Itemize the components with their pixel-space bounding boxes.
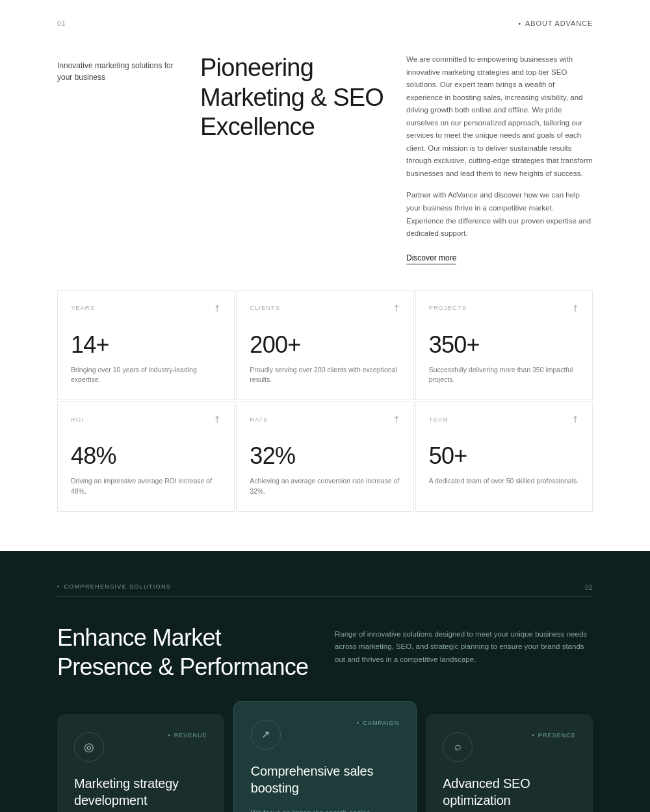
card-icon-search: ⌕ [443, 732, 473, 762]
stat-arrow-projects: ↗ [569, 301, 582, 314]
section2-title: Enhance Market Presence & Performance [57, 623, 315, 681]
stat-label-rate: RATE [250, 416, 268, 423]
target-icon: ◎ [84, 740, 94, 754]
hero-title-container: Pioneering Marketing & SEO Excellence [200, 53, 387, 264]
discover-more-link[interactable]: Discover more [406, 253, 456, 264]
section2-header: COMPREHENSIVE SOLUTIONS 02 [57, 583, 593, 591]
card-seo-optimization: ⌕ PRESENCE Advanced SEO optimization Rea… [426, 714, 593, 812]
stat-desc-clients: Proudly serving over 200 clients with ex… [250, 365, 400, 386]
card-title-marketing: Marketing strategy development [74, 775, 207, 809]
hero-description: We are committed to empowering businesse… [406, 53, 593, 240]
stat-desc-team: A dedicated team of over 50 skilled prof… [429, 476, 579, 487]
stat-value-rate: 32% [250, 442, 400, 470]
stat-arrow-rate: ↗ [390, 412, 403, 425]
cards-grid: ◎ REVENUE Marketing strategy development… [57, 714, 593, 812]
card-title-seo: Advanced SEO optimization [443, 775, 576, 809]
stat-desc-projects: Successfully delivering more than 350 im… [429, 365, 579, 386]
card-sales-boosting: ↗ CAMPAIGN Comprehensive sales boosting … [233, 701, 417, 812]
card-tag-revenue: REVENUE [168, 732, 207, 739]
stat-arrow-roi: ↗ [211, 412, 224, 425]
card-tag-row-1: REVENUE [168, 732, 207, 739]
stat-value-roi: 48% [71, 442, 221, 470]
hero-tagline: Innovative marketing solutions for your … [57, 53, 181, 264]
stat-arrow-clients: ↗ [390, 301, 403, 314]
card-tag-row-3: PRESENCE [532, 732, 576, 739]
stat-desc-rate: Achieving an average conversion rate inc… [250, 476, 400, 497]
stat-card-roi: ROI ↗ 48% Driving an impressive average … [57, 401, 235, 512]
card-title-sales: Comprehensive sales boosting [251, 763, 399, 796]
section2-title-row: Enhance Market Presence & Performance Ra… [57, 623, 593, 681]
trend-icon: ↗ [261, 728, 270, 741]
section-number: 01 [57, 19, 66, 27]
stat-label-roi: ROI [71, 416, 84, 423]
stats-grid: YEARS ↗ 14+ Bringing over 10 years of in… [57, 290, 593, 512]
stat-card-rate: RATE ↗ 32% Achieving an average conversi… [236, 401, 413, 512]
section2-desc: Range of innovative solutions designed t… [335, 623, 593, 666]
stat-card-clients: CLIENTS ↗ 200+ Proudly serving over 200 … [236, 290, 413, 401]
card-tag-row-2: CAMPAIGN [357, 720, 399, 726]
section2-divider [57, 596, 593, 597]
stat-label-years: YEARS [71, 304, 95, 311]
stat-value-clients: 200+ [250, 331, 400, 359]
hero-title: Pioneering Marketing & SEO Excellence [200, 53, 387, 142]
card-tag-presence: PRESENCE [532, 732, 576, 739]
stat-card-years: YEARS ↗ 14+ Bringing over 10 years of in… [57, 290, 235, 401]
search-icon: ⌕ [454, 740, 462, 754]
section2-tag: COMPREHENSIVE SOLUTIONS [57, 583, 171, 590]
hero-desc-container: We are committed to empowering businesse… [406, 53, 593, 264]
card-tag-campaign: CAMPAIGN [357, 720, 399, 726]
card-icon-target: ◎ [74, 732, 104, 762]
nav-about-label: ABOUT ADVANCE [518, 19, 593, 27]
stat-desc-years: Bringing over 10 years of industry-leadi… [71, 365, 221, 386]
stat-value-team: 50+ [429, 442, 579, 470]
card-desc-sales: We focus on improving search engine rank… [251, 807, 399, 812]
stat-card-team: TEAM ↗ 50+ A dedicated team of over 50 s… [415, 401, 593, 512]
stat-label-projects: PROJECTS [429, 304, 467, 311]
stat-value-projects: 350+ [429, 331, 579, 359]
section2-number: 02 [585, 583, 593, 591]
card-icon-trend: ↗ [251, 720, 281, 750]
stat-label-clients: CLIENTS [250, 304, 280, 311]
stat-arrow-team: ↗ [569, 412, 582, 425]
top-nav: 01 ABOUT ADVANCE [57, 19, 593, 27]
stat-value-years: 14+ [71, 331, 221, 359]
stat-card-projects: PROJECTS ↗ 350+ Successfully delivering … [415, 290, 593, 401]
stat-label-team: TEAM [429, 416, 448, 423]
card-marketing-strategy: ◎ REVENUE Marketing strategy development… [57, 714, 224, 812]
section-about: 01 ABOUT ADVANCE Innovative marketing so… [0, 0, 650, 551]
section-solutions: COMPREHENSIVE SOLUTIONS 02 Enhance Marke… [0, 551, 650, 812]
stat-arrow-years: ↗ [211, 301, 224, 314]
stat-desc-roi: Driving an impressive average ROI increa… [71, 476, 221, 497]
hero-grid: Innovative marketing solutions for your … [57, 53, 593, 264]
